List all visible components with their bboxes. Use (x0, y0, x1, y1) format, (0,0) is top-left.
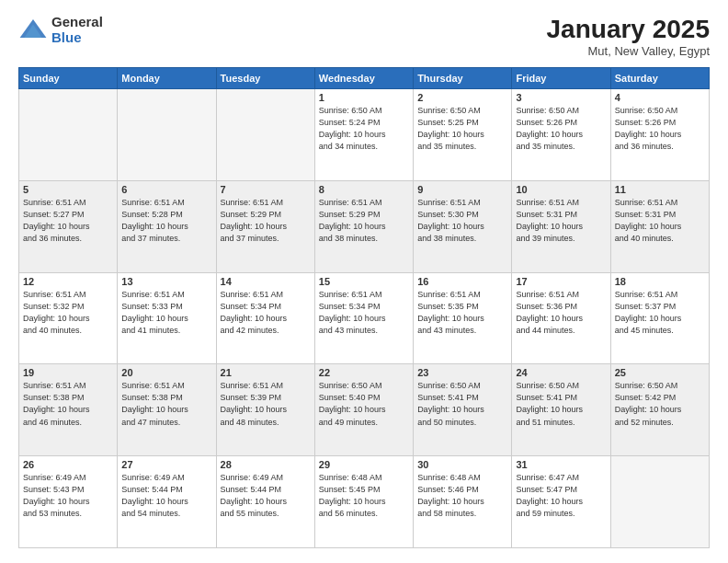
page: General Blue January 2025 Mut, New Valle… (0, 0, 728, 563)
col-saturday: Saturday (610, 68, 709, 89)
day-number: 26 (23, 459, 113, 470)
table-row (19, 89, 118, 181)
day-info: Sunrise: 6:50 AM Sunset: 5:42 PM Dayligh… (615, 380, 705, 428)
header: General Blue January 2025 Mut, New Valle… (18, 15, 710, 58)
day-info: Sunrise: 6:51 AM Sunset: 5:31 PM Dayligh… (615, 197, 705, 245)
table-row: 1Sunrise: 6:50 AM Sunset: 5:24 PM Daylig… (314, 89, 413, 181)
table-row: 17Sunrise: 6:51 AM Sunset: 5:36 PM Dayli… (512, 272, 610, 364)
col-friday: Friday (512, 68, 610, 89)
day-info: Sunrise: 6:51 AM Sunset: 5:38 PM Dayligh… (23, 380, 113, 428)
logo-icon (18, 16, 48, 45)
day-info: Sunrise: 6:48 AM Sunset: 5:46 PM Dayligh… (417, 472, 507, 520)
col-tuesday: Tuesday (216, 68, 314, 89)
table-row: 23Sunrise: 6:50 AM Sunset: 5:41 PM Dayli… (414, 364, 512, 456)
table-row: 3Sunrise: 6:50 AM Sunset: 5:26 PM Daylig… (512, 89, 610, 181)
logo-blue-text: Blue (51, 30, 103, 46)
table-row: 18Sunrise: 6:51 AM Sunset: 5:37 PM Dayli… (610, 272, 709, 364)
table-row: 31Sunrise: 6:47 AM Sunset: 5:47 PM Dayli… (512, 456, 610, 548)
day-number: 6 (121, 184, 211, 195)
day-number: 22 (319, 367, 409, 378)
calendar-header-row: Sunday Monday Tuesday Wednesday Thursday… (19, 68, 710, 89)
day-info: Sunrise: 6:51 AM Sunset: 5:37 PM Dayligh… (615, 289, 705, 337)
day-info: Sunrise: 6:50 AM Sunset: 5:41 PM Dayligh… (516, 380, 606, 428)
title-block: January 2025 Mut, New Valley, Egypt (547, 15, 710, 58)
calendar-week-row: 19Sunrise: 6:51 AM Sunset: 5:38 PM Dayli… (19, 364, 710, 456)
day-info: Sunrise: 6:51 AM Sunset: 5:35 PM Dayligh… (417, 289, 507, 337)
table-row: 6Sunrise: 6:51 AM Sunset: 5:28 PM Daylig… (118, 180, 216, 272)
day-info: Sunrise: 6:51 AM Sunset: 5:30 PM Dayligh… (417, 197, 507, 245)
logo: General Blue (18, 15, 103, 45)
table-row: 25Sunrise: 6:50 AM Sunset: 5:42 PM Dayli… (610, 364, 709, 456)
day-info: Sunrise: 6:47 AM Sunset: 5:47 PM Dayligh… (516, 472, 606, 520)
table-row: 29Sunrise: 6:48 AM Sunset: 5:45 PM Dayli… (314, 456, 413, 548)
table-row: 26Sunrise: 6:49 AM Sunset: 5:43 PM Dayli… (19, 456, 118, 548)
day-number: 27 (121, 459, 211, 470)
table-row: 27Sunrise: 6:49 AM Sunset: 5:44 PM Dayli… (118, 456, 216, 548)
day-info: Sunrise: 6:51 AM Sunset: 5:29 PM Dayligh… (221, 197, 311, 245)
table-row (118, 89, 216, 181)
day-number: 4 (615, 92, 705, 103)
table-row: 12Sunrise: 6:51 AM Sunset: 5:32 PM Dayli… (19, 272, 118, 364)
table-row: 20Sunrise: 6:51 AM Sunset: 5:38 PM Dayli… (118, 364, 216, 456)
day-info: Sunrise: 6:50 AM Sunset: 5:24 PM Dayligh… (319, 105, 409, 153)
day-info: Sunrise: 6:50 AM Sunset: 5:25 PM Dayligh… (417, 105, 507, 153)
day-number: 2 (417, 92, 507, 103)
table-row: 15Sunrise: 6:51 AM Sunset: 5:34 PM Dayli… (314, 272, 413, 364)
day-number: 11 (615, 184, 705, 195)
table-row: 22Sunrise: 6:50 AM Sunset: 5:40 PM Dayli… (314, 364, 413, 456)
day-info: Sunrise: 6:51 AM Sunset: 5:36 PM Dayligh… (516, 289, 606, 337)
day-number: 16 (417, 276, 507, 287)
day-info: Sunrise: 6:51 AM Sunset: 5:38 PM Dayligh… (121, 380, 211, 428)
day-number: 13 (121, 276, 211, 287)
day-number: 12 (23, 276, 113, 287)
day-info: Sunrise: 6:51 AM Sunset: 5:29 PM Dayligh… (319, 197, 409, 245)
day-number: 30 (417, 459, 507, 470)
calendar-week-row: 26Sunrise: 6:49 AM Sunset: 5:43 PM Dayli… (19, 456, 710, 548)
table-row (610, 456, 709, 548)
day-info: Sunrise: 6:50 AM Sunset: 5:41 PM Dayligh… (417, 380, 507, 428)
day-number: 14 (221, 276, 311, 287)
day-info: Sunrise: 6:51 AM Sunset: 5:34 PM Dayligh… (319, 289, 409, 337)
table-row: 16Sunrise: 6:51 AM Sunset: 5:35 PM Dayli… (414, 272, 512, 364)
calendar-week-row: 12Sunrise: 6:51 AM Sunset: 5:32 PM Dayli… (19, 272, 710, 364)
day-number: 15 (319, 276, 409, 287)
table-row: 19Sunrise: 6:51 AM Sunset: 5:38 PM Dayli… (19, 364, 118, 456)
calendar-table: Sunday Monday Tuesday Wednesday Thursday… (18, 67, 710, 548)
table-row: 10Sunrise: 6:51 AM Sunset: 5:31 PM Dayli… (512, 180, 610, 272)
table-row: 24Sunrise: 6:50 AM Sunset: 5:41 PM Dayli… (512, 364, 610, 456)
table-row (216, 89, 314, 181)
day-info: Sunrise: 6:51 AM Sunset: 5:34 PM Dayligh… (221, 289, 311, 337)
table-row: 7Sunrise: 6:51 AM Sunset: 5:29 PM Daylig… (216, 180, 314, 272)
day-number: 28 (221, 459, 311, 470)
day-number: 21 (221, 367, 311, 378)
day-number: 18 (615, 276, 705, 287)
day-info: Sunrise: 6:50 AM Sunset: 5:40 PM Dayligh… (319, 380, 409, 428)
table-row: 21Sunrise: 6:51 AM Sunset: 5:39 PM Dayli… (216, 364, 314, 456)
col-thursday: Thursday (414, 68, 512, 89)
day-number: 23 (417, 367, 507, 378)
col-wednesday: Wednesday (314, 68, 413, 89)
table-row: 28Sunrise: 6:49 AM Sunset: 5:44 PM Dayli… (216, 456, 314, 548)
day-info: Sunrise: 6:49 AM Sunset: 5:43 PM Dayligh… (23, 472, 113, 520)
day-info: Sunrise: 6:49 AM Sunset: 5:44 PM Dayligh… (221, 472, 311, 520)
day-info: Sunrise: 6:51 AM Sunset: 5:39 PM Dayligh… (221, 380, 311, 428)
day-number: 20 (121, 367, 211, 378)
day-number: 7 (221, 184, 311, 195)
day-info: Sunrise: 6:50 AM Sunset: 5:26 PM Dayligh… (615, 105, 705, 153)
day-info: Sunrise: 6:49 AM Sunset: 5:44 PM Dayligh… (121, 472, 211, 520)
day-number: 29 (319, 459, 409, 470)
day-number: 1 (319, 92, 409, 103)
day-number: 8 (319, 184, 409, 195)
day-number: 19 (23, 367, 113, 378)
table-row: 30Sunrise: 6:48 AM Sunset: 5:46 PM Dayli… (414, 456, 512, 548)
day-info: Sunrise: 6:48 AM Sunset: 5:45 PM Dayligh… (319, 472, 409, 520)
col-monday: Monday (118, 68, 216, 89)
day-number: 3 (516, 92, 606, 103)
table-row: 2Sunrise: 6:50 AM Sunset: 5:25 PM Daylig… (414, 89, 512, 181)
logo-text: General Blue (51, 15, 103, 45)
calendar-week-row: 5Sunrise: 6:51 AM Sunset: 5:27 PM Daylig… (19, 180, 710, 272)
day-info: Sunrise: 6:50 AM Sunset: 5:26 PM Dayligh… (516, 105, 606, 153)
day-number: 17 (516, 276, 606, 287)
day-info: Sunrise: 6:51 AM Sunset: 5:27 PM Dayligh… (23, 197, 113, 245)
table-row: 5Sunrise: 6:51 AM Sunset: 5:27 PM Daylig… (19, 180, 118, 272)
